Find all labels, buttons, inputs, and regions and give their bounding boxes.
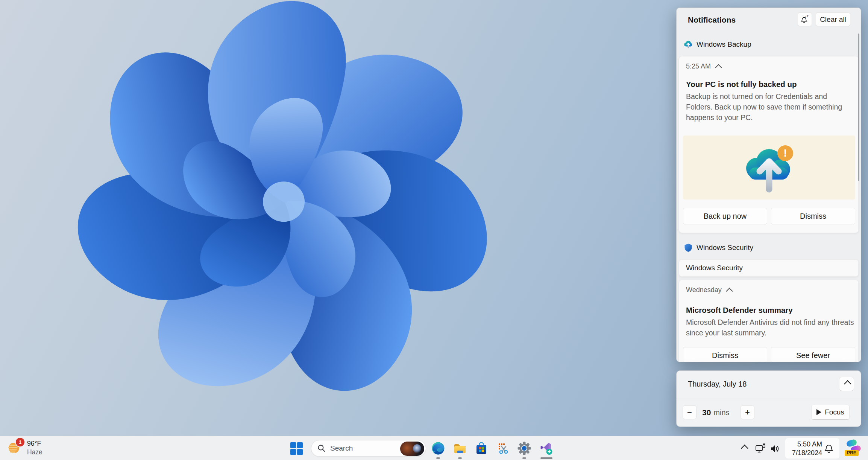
taskbar-app-microsoft-store[interactable] [472, 439, 490, 457]
app-group-label: Windows Security [697, 244, 753, 252]
tray-time: 5:50 AM [788, 440, 822, 449]
notification-time: 5:25 AM [686, 62, 711, 70]
clock-text: 5:50 AM 7/18/2024 [788, 440, 822, 457]
notification-time-row[interactable]: 5:25 AM [686, 62, 721, 70]
collapsed-card-label: Windows Security [686, 264, 743, 272]
bing-image-detail [413, 444, 421, 453]
running-indicator-visual-studio-active [540, 457, 552, 459]
notification-body: Microsoft Defender Antivirus did not fin… [686, 317, 855, 338]
app-group-header-windows-backup[interactable]: Windows Backup [677, 37, 861, 52]
search-icon [317, 444, 326, 452]
focus-unit-label: mins [713, 408, 729, 417]
speaker-icon [769, 443, 780, 454]
notification-count-badge: 1 [15, 437, 25, 447]
security-shield-icon [683, 243, 693, 253]
chevron-up-icon [844, 380, 851, 388]
weather-widget[interactable]: 1 96°F Haze [4, 437, 64, 460]
desktop: Notifications z Z Clear all Windows Back… [0, 0, 868, 460]
taskbar-app-snipping-tool[interactable] [493, 439, 511, 457]
running-indicator-settings [522, 457, 526, 459]
collapse-chevron-icon [726, 288, 733, 294]
network-icon [755, 443, 766, 454]
backup-illustration: ! [683, 136, 855, 200]
start-button[interactable] [287, 439, 305, 457]
copilot-preview-badge: PRE [845, 450, 859, 456]
focus-decrease-button[interactable]: − [683, 405, 697, 419]
app-group-header-windows-security[interactable]: Windows Security [677, 241, 861, 255]
snipping-tool-icon [496, 442, 509, 455]
tray-clock-button[interactable]: 5:50 AM 7/18/2024 [785, 438, 840, 459]
microsoft-store-icon [475, 442, 488, 455]
condition-label: Haze [27, 448, 42, 456]
defender-notification-card[interactable]: Wednesday Microsoft Defender summary Mic… [679, 280, 859, 362]
tray-show-hidden-icons-button[interactable] [736, 442, 751, 455]
panel-scrollbar[interactable] [858, 34, 859, 181]
taskbar-app-settings[interactable] [515, 439, 533, 457]
running-indicator-file-explorer [458, 457, 462, 459]
tray-volume-button[interactable] [768, 442, 782, 455]
svg-text:Z: Z [807, 15, 809, 18]
svg-text:!: ! [783, 147, 787, 159]
settings-gear-icon [517, 442, 531, 455]
tray-date: 7/18/2024 [788, 449, 822, 457]
security-collapsed-card[interactable]: Windows Security [679, 259, 859, 277]
chevron-up-icon [741, 445, 748, 452]
bell-icon [824, 443, 834, 454]
back-up-now-button[interactable]: Back up now [683, 208, 767, 224]
clear-all-button[interactable]: Clear all [816, 12, 850, 26]
do-not-disturb-button[interactable]: z Z [798, 12, 812, 26]
focus-duration: 30mins [702, 408, 730, 417]
notification-bell-button[interactable] [824, 443, 834, 454]
notifications-title: Notifications [688, 15, 736, 24]
cloud-backup-icon [683, 40, 693, 49]
dismiss-defender-button[interactable]: Dismiss [683, 347, 767, 362]
search-input[interactable] [329, 444, 391, 453]
see-fewer-button[interactable]: See fewer [771, 347, 855, 362]
notifications-panel: Notifications z Z Clear all Windows Back… [676, 8, 861, 362]
notification-body: Backup is not turned on for Credentials … [686, 91, 854, 123]
calendar-flyout: Thursday, July 18 − 30mins + Focus [676, 370, 861, 427]
collapse-chevron-icon [715, 64, 722, 71]
taskbar: 1 96°F Haze [0, 436, 868, 460]
date-label: Thursday, July 18 [688, 380, 747, 388]
tray-network-button[interactable] [754, 442, 767, 455]
taskbar-app-visual-studio[interactable] [537, 439, 555, 457]
taskbar-app-edge[interactable] [429, 439, 447, 457]
edge-icon [431, 442, 445, 455]
focus-increase-button[interactable]: + [741, 405, 754, 419]
search-box[interactable] [311, 440, 426, 457]
focus-button-label: Focus [825, 408, 844, 416]
bell-snooze-icon: z Z [800, 15, 809, 24]
divider [677, 399, 861, 399]
windows-logo-icon [290, 442, 303, 455]
file-explorer-icon [453, 442, 467, 455]
taskbar-app-file-explorer[interactable] [451, 439, 469, 457]
focus-start-button[interactable]: Focus [811, 405, 850, 420]
dismiss-backup-button[interactable]: Dismiss [771, 208, 855, 224]
calendar-collapse-button[interactable] [839, 377, 854, 391]
bing-daily-image-thumbnail[interactable] [400, 442, 424, 456]
visual-studio-icon [539, 442, 553, 455]
backup-notification-card[interactable]: 5:25 AM Your PC is not fully backed up B… [679, 56, 859, 233]
windows-bloom-wallpaper [4, 0, 553, 448]
cloud-upload-warning-icon: ! [737, 141, 801, 194]
temperature-label: 96°F [27, 440, 41, 448]
focus-minutes: 30 [702, 408, 711, 417]
play-icon [816, 409, 821, 415]
app-group-label: Windows Backup [697, 40, 751, 49]
running-indicator-edge [436, 457, 440, 459]
notification-time-row[interactable]: Wednesday [686, 286, 732, 294]
notification-title: Microsoft Defender summary [686, 306, 793, 315]
notification-title: Your PC is not fully backed up [686, 80, 797, 89]
notification-time: Wednesday [686, 286, 722, 294]
